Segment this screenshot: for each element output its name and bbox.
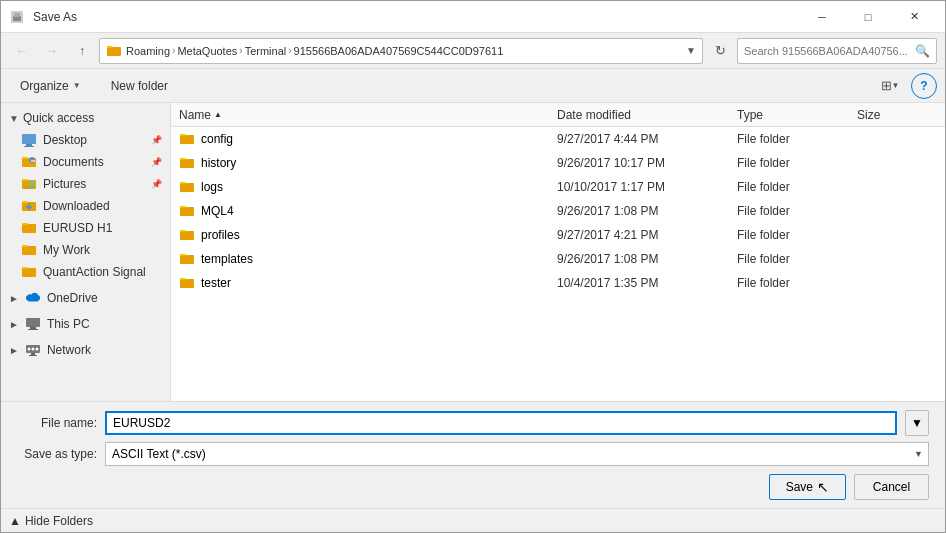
title-bar-left: Save As	[9, 9, 77, 25]
folder-nav-icon	[106, 43, 122, 59]
command-bar: Organize ▼ New folder ⊞▼ ?	[1, 69, 945, 103]
svg-rect-12	[22, 224, 36, 233]
table-row[interactable]: logs 10/10/2017 1:17 PM File folder	[171, 175, 945, 199]
cell-type: File folder	[737, 180, 857, 194]
sidebar-item-downloaded[interactable]: Downloaded	[1, 195, 170, 217]
view-button[interactable]: ⊞▼	[877, 73, 903, 99]
file-name: profiles	[201, 228, 240, 242]
forward-button[interactable]: →	[39, 38, 65, 64]
folder-icon	[179, 227, 195, 243]
table-row[interactable]: templates 9/26/2017 1:08 PM File folder	[171, 247, 945, 271]
view-dropdown-icon: ▼	[892, 81, 900, 90]
filename-label: File name:	[17, 416, 97, 430]
column-type[interactable]: Type	[737, 108, 857, 122]
cell-name: logs	[179, 179, 557, 195]
folder-icon	[179, 251, 195, 267]
sidebar-item-pictures[interactable]: Pictures 📌	[1, 173, 170, 195]
svg-rect-14	[22, 268, 36, 277]
view-icon: ⊞	[881, 78, 892, 93]
sidebar-item-mywork[interactable]: My Work	[1, 239, 170, 261]
cell-date: 9/26/2017 1:08 PM	[557, 204, 737, 218]
save-button[interactable]: Save ↖	[769, 474, 846, 500]
file-rows-container: config 9/27/2017 4:44 PM File folder his…	[171, 127, 945, 295]
column-date[interactable]: Date modified	[557, 108, 737, 122]
dropdown-btn-filename[interactable]: ▼	[905, 410, 929, 436]
onedrive-icon	[25, 290, 41, 306]
svg-rect-27	[180, 207, 194, 216]
save-label: Save	[786, 480, 813, 494]
save-as-dialog: Save As ─ □ ✕ ← → ↑ Roaming › MetaQuotes…	[0, 0, 946, 533]
window-icon	[9, 9, 25, 25]
help-button[interactable]: ?	[911, 73, 937, 99]
cell-name: MQL4	[179, 203, 557, 219]
thispc-label: This PC	[47, 317, 90, 331]
svg-point-8	[29, 157, 35, 163]
search-icon: 🔍	[915, 44, 930, 58]
table-row[interactable]: config 9/27/2017 4:44 PM File folder	[171, 127, 945, 151]
breadcrumb: Roaming › MetaQuotes › Terminal › 915566…	[126, 45, 503, 57]
desktop-icon	[21, 132, 37, 148]
svg-point-10	[30, 181, 34, 185]
sidebar-item-desktop[interactable]: Desktop 📌	[1, 129, 170, 151]
svg-point-21	[27, 348, 30, 351]
close-button[interactable]: ✕	[891, 1, 937, 33]
savetype-select[interactable]: ASCII Text (*.csv) CSV (*.csv) All Files…	[105, 442, 929, 466]
quick-access-header[interactable]: ▼ Quick access	[1, 107, 170, 129]
downloaded-label: Downloaded	[43, 199, 110, 213]
sidebar-item-quantaction[interactable]: QuantAction Signal	[1, 261, 170, 283]
thispc-icon	[25, 316, 41, 332]
column-name[interactable]: Name ▲	[179, 108, 557, 122]
table-row[interactable]: profiles 9/27/2017 4:21 PM File folder	[171, 223, 945, 247]
address-dropdown-button[interactable]: ▼	[686, 45, 696, 56]
table-row[interactable]: tester 10/4/2017 1:35 PM File folder	[171, 271, 945, 295]
organize-label: Organize	[20, 79, 69, 93]
quantaction-icon	[21, 264, 37, 280]
folder-icon	[179, 275, 195, 291]
sidebar-item-onedrive[interactable]: ► OneDrive	[1, 287, 170, 309]
folder-icon	[179, 179, 195, 195]
network-icon	[25, 342, 41, 358]
file-name: logs	[201, 180, 223, 194]
cell-name: tester	[179, 275, 557, 291]
table-row[interactable]: MQL4 9/26/2017 1:08 PM File folder	[171, 199, 945, 223]
onedrive-label: OneDrive	[47, 291, 98, 305]
up-button[interactable]: ↑	[69, 38, 95, 64]
sidebar-item-thispc[interactable]: ► This PC	[1, 313, 170, 335]
savetype-row: Save as type: ASCII Text (*.csv) CSV (*.…	[17, 442, 929, 466]
title-bar: Save As ─ □ ✕	[1, 1, 945, 33]
savetype-wrapper: ASCII Text (*.csv) CSV (*.csv) All Files…	[105, 442, 929, 466]
filename-row: File name: ▼	[17, 410, 929, 436]
table-row[interactable]: history 9/26/2017 10:17 PM File folder	[171, 151, 945, 175]
pictures-icon	[21, 176, 37, 192]
file-name: tester	[201, 276, 231, 290]
desktop-label: Desktop	[43, 133, 87, 147]
sidebar-item-network[interactable]: ► Network	[1, 339, 170, 361]
breadcrumb-id: 915566BA06ADA407569C544CC0D97611	[294, 45, 504, 57]
svg-rect-6	[24, 146, 34, 147]
address-bar[interactable]: Roaming › MetaQuotes › Terminal › 915566…	[99, 38, 703, 64]
file-list-header: Name ▲ Date modified Type Size	[171, 103, 945, 127]
back-button[interactable]: ←	[9, 38, 35, 64]
minimize-button[interactable]: ─	[799, 1, 845, 33]
new-folder-button[interactable]: New folder	[100, 73, 179, 99]
sidebar: ▼ Quick access Desktop 📌	[1, 103, 171, 401]
search-box[interactable]: 🔍	[737, 38, 937, 64]
svg-rect-25	[180, 159, 194, 168]
hide-folders-button[interactable]: ▲ Hide Folders	[9, 514, 93, 528]
network-label: Network	[47, 343, 91, 357]
column-size[interactable]: Size	[857, 108, 937, 122]
search-input[interactable]	[744, 45, 911, 57]
organize-button[interactable]: Organize ▼	[9, 73, 92, 99]
file-name: templates	[201, 252, 253, 266]
filename-input[interactable]	[105, 411, 897, 435]
cancel-button[interactable]: Cancel	[854, 474, 929, 500]
breadcrumb-roaming: Roaming	[126, 45, 170, 57]
window-title: Save As	[33, 10, 77, 24]
downloaded-icon	[21, 198, 37, 214]
network-chevron-icon: ►	[9, 345, 19, 356]
sidebar-item-eurusd[interactable]: EURUSD H1	[1, 217, 170, 239]
maximize-button[interactable]: □	[845, 1, 891, 33]
desktop-pin-icon: 📌	[151, 135, 162, 145]
refresh-button[interactable]: ↻	[707, 38, 733, 64]
sidebar-item-documents[interactable]: Documents 📌	[1, 151, 170, 173]
